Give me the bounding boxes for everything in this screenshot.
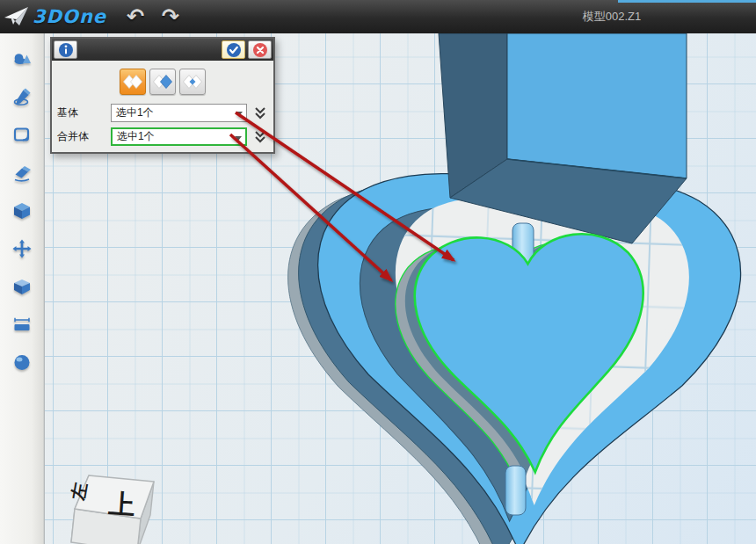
dropdown-arrow-icon [235, 136, 242, 141]
sketch-plane-icon [11, 125, 33, 146]
view-cube[interactable]: 上 左 [68, 475, 154, 544]
info-icon [58, 42, 74, 58]
sphere-icon [11, 352, 33, 373]
intersect-operation-button[interactable] [179, 69, 206, 95]
confirm-check-icon [226, 42, 242, 58]
cube-icon [11, 200, 33, 221]
toolbar-sidebar [0, 33, 45, 544]
expand-chevron-icon[interactable] [254, 130, 266, 144]
merge-body-select[interactable]: 选中1个 [111, 127, 247, 146]
top-bar: 3DOne ↶ ↷ 模型002.Z1 [0, 0, 756, 33]
merge-body-row: 合并体 选中1个 [57, 127, 266, 146]
primitives-icon [11, 49, 33, 70]
view-cube-top-label: 上 [108, 489, 136, 519]
eraser-icon [11, 163, 33, 184]
merge-body-value: 选中1个 [117, 129, 155, 144]
dialog-title-bar [52, 39, 273, 61]
combine-dialog: 基体 选中1个 合并体 选中1个 [50, 37, 275, 154]
sketch-pencil-icon [11, 87, 33, 108]
union-icon [122, 74, 143, 90]
sidebar-item-feature[interactable] [0, 192, 44, 229]
window-accent-strip [618, 0, 756, 3]
close-x-icon [252, 42, 268, 58]
subtract-operation-button[interactable] [149, 69, 176, 95]
base-body-select[interactable]: 选中1个 [111, 104, 247, 122]
merge-body-label: 合并体 [57, 129, 111, 144]
redo-button[interactable]: ↷ [156, 3, 185, 31]
base-body-row: 基体 选中1个 [57, 104, 266, 122]
expand-chevron-icon[interactable] [254, 106, 266, 120]
sidebar-item-edit[interactable] [0, 154, 44, 192]
base-body-value: 选中1个 [116, 105, 154, 120]
intersect-icon [182, 74, 203, 90]
document-title: 模型002.Z1 [524, 0, 700, 33]
dialog-confirm-button[interactable] [222, 40, 245, 59]
sidebar-item-dimension[interactable] [0, 305, 44, 343]
sidebar-item-move[interactable] [0, 229, 44, 267]
move-arrows-icon [11, 238, 33, 259]
boolean-operation-group [120, 69, 206, 95]
union-operation-button[interactable] [120, 69, 146, 95]
open-box-icon [11, 276, 33, 297]
sidebar-item-combine[interactable] [0, 267, 44, 305]
3done-app: 3DOne ↶ ↷ 模型002.Z1 [0, 0, 756, 544]
app-logo-text: 3DOne [33, 6, 106, 27]
sidebar-item-sketch[interactable] [0, 78, 44, 116]
sidebar-item-render[interactable] [0, 343, 44, 381]
undo-button[interactable]: ↶ [121, 3, 149, 31]
base-body-label: 基体 [57, 105, 111, 120]
dimension-icon [11, 314, 33, 335]
view-cube-left-label: 左 [68, 481, 90, 503]
pin-bottom [505, 466, 526, 515]
sidebar-item-sketch-plane[interactable] [0, 116, 44, 154]
redo-icon: ↷ [162, 4, 179, 29]
dropdown-arrow-icon [236, 112, 243, 116]
sidebar-item-primitives[interactable] [0, 40, 44, 78]
dialog-info-button[interactable] [54, 40, 77, 59]
app-logo: 3DOne [0, 4, 106, 29]
dialog-cancel-button[interactable] [248, 40, 272, 59]
paper-plane-icon [4, 4, 30, 29]
undo-icon: ↶ [127, 4, 144, 29]
subtract-icon [152, 74, 173, 90]
